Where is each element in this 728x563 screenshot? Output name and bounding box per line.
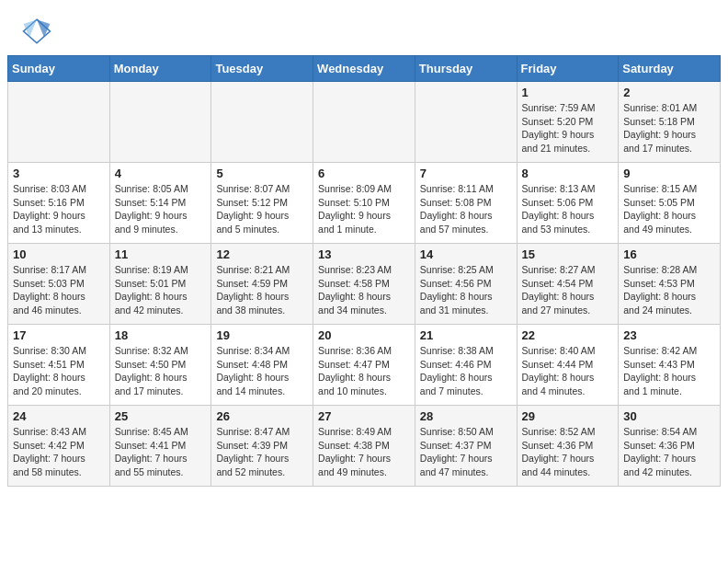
weekday-header-tuesday: Tuesday	[211, 56, 313, 82]
day-info: Sunrise: 8:52 AM Sunset: 4:36 PM Dayligh…	[522, 425, 614, 479]
day-cell: 15Sunrise: 8:27 AM Sunset: 4:54 PM Dayli…	[517, 244, 619, 325]
day-cell: 24Sunrise: 8:43 AM Sunset: 4:42 PM Dayli…	[8, 406, 110, 487]
day-info: Sunrise: 8:03 AM Sunset: 5:16 PM Dayligh…	[13, 182, 105, 236]
day-info: Sunrise: 8:54 AM Sunset: 4:36 PM Dayligh…	[623, 425, 715, 479]
day-cell	[415, 82, 517, 163]
logo	[22, 17, 55, 46]
day-cell	[8, 82, 110, 163]
day-info: Sunrise: 8:42 AM Sunset: 4:43 PM Dayligh…	[623, 344, 715, 398]
day-info: Sunrise: 8:34 AM Sunset: 4:48 PM Dayligh…	[216, 344, 308, 398]
day-cell: 8Sunrise: 8:13 AM Sunset: 5:06 PM Daylig…	[517, 163, 619, 244]
day-info: Sunrise: 8:32 AM Sunset: 4:50 PM Dayligh…	[115, 344, 207, 398]
day-info: Sunrise: 8:27 AM Sunset: 4:54 PM Dayligh…	[522, 263, 614, 317]
day-number: 13	[318, 247, 410, 261]
day-number: 1	[522, 86, 614, 99]
day-info: Sunrise: 8:01 AM Sunset: 5:18 PM Dayligh…	[623, 101, 715, 155]
day-number: 22	[522, 328, 614, 342]
day-number: 15	[522, 247, 614, 261]
day-cell: 13Sunrise: 8:23 AM Sunset: 4:58 PM Dayli…	[313, 244, 415, 325]
day-info: Sunrise: 8:38 AM Sunset: 4:46 PM Dayligh…	[420, 344, 512, 398]
svg-marker-2	[24, 19, 37, 37]
calendar-wrapper: SundayMondayTuesdayWednesdayThursdayFrid…	[0, 55, 728, 494]
day-info: Sunrise: 8:13 AM Sunset: 5:06 PM Dayligh…	[522, 182, 614, 236]
day-number: 9	[623, 167, 715, 180]
day-cell: 7Sunrise: 8:11 AM Sunset: 5:08 PM Daylig…	[415, 163, 517, 244]
day-cell: 23Sunrise: 8:42 AM Sunset: 4:43 PM Dayli…	[619, 325, 721, 406]
day-info: Sunrise: 8:47 AM Sunset: 4:39 PM Dayligh…	[216, 425, 308, 479]
weekday-header-friday: Friday	[517, 56, 619, 82]
day-number: 17	[13, 328, 105, 342]
day-cell: 25Sunrise: 8:45 AM Sunset: 4:41 PM Dayli…	[109, 406, 211, 487]
day-info: Sunrise: 8:15 AM Sunset: 5:05 PM Dayligh…	[623, 182, 715, 236]
week-row-4: 17Sunrise: 8:30 AM Sunset: 4:51 PM Dayli…	[8, 325, 721, 406]
day-cell: 2Sunrise: 8:01 AM Sunset: 5:18 PM Daylig…	[619, 82, 721, 163]
day-cell: 30Sunrise: 8:54 AM Sunset: 4:36 PM Dayli…	[619, 406, 721, 487]
day-number: 29	[522, 409, 614, 423]
day-info: Sunrise: 8:49 AM Sunset: 4:38 PM Dayligh…	[318, 425, 410, 479]
day-info: Sunrise: 8:07 AM Sunset: 5:12 PM Dayligh…	[216, 182, 308, 236]
day-info: Sunrise: 8:19 AM Sunset: 5:01 PM Dayligh…	[115, 263, 207, 317]
day-info: Sunrise: 8:09 AM Sunset: 5:10 PM Dayligh…	[318, 182, 410, 236]
day-cell	[211, 82, 313, 163]
weekday-row: SundayMondayTuesdayWednesdayThursdayFrid…	[8, 56, 721, 82]
day-number: 14	[420, 247, 512, 261]
day-cell: 20Sunrise: 8:36 AM Sunset: 4:47 PM Dayli…	[313, 325, 415, 406]
day-cell: 9Sunrise: 8:15 AM Sunset: 5:05 PM Daylig…	[619, 163, 721, 244]
day-cell: 18Sunrise: 8:32 AM Sunset: 4:50 PM Dayli…	[109, 325, 211, 406]
day-cell: 16Sunrise: 8:28 AM Sunset: 4:53 PM Dayli…	[619, 244, 721, 325]
day-info: Sunrise: 8:25 AM Sunset: 4:56 PM Dayligh…	[420, 263, 512, 317]
day-info: Sunrise: 8:30 AM Sunset: 4:51 PM Dayligh…	[13, 344, 105, 398]
day-number: 23	[623, 328, 715, 342]
day-cell: 22Sunrise: 8:40 AM Sunset: 4:44 PM Dayli…	[517, 325, 619, 406]
week-row-3: 10Sunrise: 8:17 AM Sunset: 5:03 PM Dayli…	[8, 244, 721, 325]
day-info: Sunrise: 8:11 AM Sunset: 5:08 PM Dayligh…	[420, 182, 512, 236]
day-cell: 6Sunrise: 8:09 AM Sunset: 5:10 PM Daylig…	[313, 163, 415, 244]
day-info: Sunrise: 8:45 AM Sunset: 4:41 PM Dayligh…	[115, 425, 207, 479]
weekday-header-sunday: Sunday	[8, 56, 110, 82]
svg-marker-1	[37, 19, 50, 37]
day-cell: 14Sunrise: 8:25 AM Sunset: 4:56 PM Dayli…	[415, 244, 517, 325]
day-cell: 21Sunrise: 8:38 AM Sunset: 4:46 PM Dayli…	[415, 325, 517, 406]
day-number: 30	[623, 409, 715, 423]
calendar-body: 1Sunrise: 7:59 AM Sunset: 5:20 PM Daylig…	[8, 82, 721, 487]
day-info: Sunrise: 8:21 AM Sunset: 4:59 PM Dayligh…	[216, 263, 308, 317]
day-info: Sunrise: 7:59 AM Sunset: 5:20 PM Dayligh…	[522, 101, 614, 155]
day-number: 24	[13, 409, 105, 423]
weekday-header-saturday: Saturday	[619, 56, 721, 82]
day-number: 7	[420, 167, 512, 180]
day-number: 5	[216, 167, 308, 180]
day-cell: 28Sunrise: 8:50 AM Sunset: 4:37 PM Dayli…	[415, 406, 517, 487]
day-info: Sunrise: 8:17 AM Sunset: 5:03 PM Dayligh…	[13, 263, 105, 317]
day-cell: 1Sunrise: 7:59 AM Sunset: 5:20 PM Daylig…	[517, 82, 619, 163]
day-cell: 5Sunrise: 8:07 AM Sunset: 5:12 PM Daylig…	[211, 163, 313, 244]
day-number: 20	[318, 328, 410, 342]
calendar-table: SundayMondayTuesdayWednesdayThursdayFrid…	[7, 55, 721, 487]
day-cell	[109, 82, 211, 163]
weekday-header-monday: Monday	[109, 56, 211, 82]
day-cell	[313, 82, 415, 163]
day-number: 18	[115, 328, 207, 342]
day-cell: 12Sunrise: 8:21 AM Sunset: 4:59 PM Dayli…	[211, 244, 313, 325]
day-cell: 10Sunrise: 8:17 AM Sunset: 5:03 PM Dayli…	[8, 244, 110, 325]
day-number: 8	[522, 167, 614, 180]
day-cell: 11Sunrise: 8:19 AM Sunset: 5:01 PM Dayli…	[109, 244, 211, 325]
day-cell: 27Sunrise: 8:49 AM Sunset: 4:38 PM Dayli…	[313, 406, 415, 487]
logo-icon	[22, 17, 51, 46]
weekday-header-thursday: Thursday	[415, 56, 517, 82]
day-info: Sunrise: 8:05 AM Sunset: 5:14 PM Dayligh…	[115, 182, 207, 236]
day-number: 11	[115, 247, 207, 261]
day-info: Sunrise: 8:50 AM Sunset: 4:37 PM Dayligh…	[420, 425, 512, 479]
day-number: 3	[13, 167, 105, 180]
day-number: 21	[420, 328, 512, 342]
week-row-5: 24Sunrise: 8:43 AM Sunset: 4:42 PM Dayli…	[8, 406, 721, 487]
day-info: Sunrise: 8:36 AM Sunset: 4:47 PM Dayligh…	[318, 344, 410, 398]
day-cell: 29Sunrise: 8:52 AM Sunset: 4:36 PM Dayli…	[517, 406, 619, 487]
day-number: 12	[216, 247, 308, 261]
day-number: 25	[115, 409, 207, 423]
day-number: 26	[216, 409, 308, 423]
day-number: 4	[115, 167, 207, 180]
day-info: Sunrise: 8:23 AM Sunset: 4:58 PM Dayligh…	[318, 263, 410, 317]
day-number: 6	[318, 167, 410, 180]
day-info: Sunrise: 8:40 AM Sunset: 4:44 PM Dayligh…	[522, 344, 614, 398]
day-number: 19	[216, 328, 308, 342]
